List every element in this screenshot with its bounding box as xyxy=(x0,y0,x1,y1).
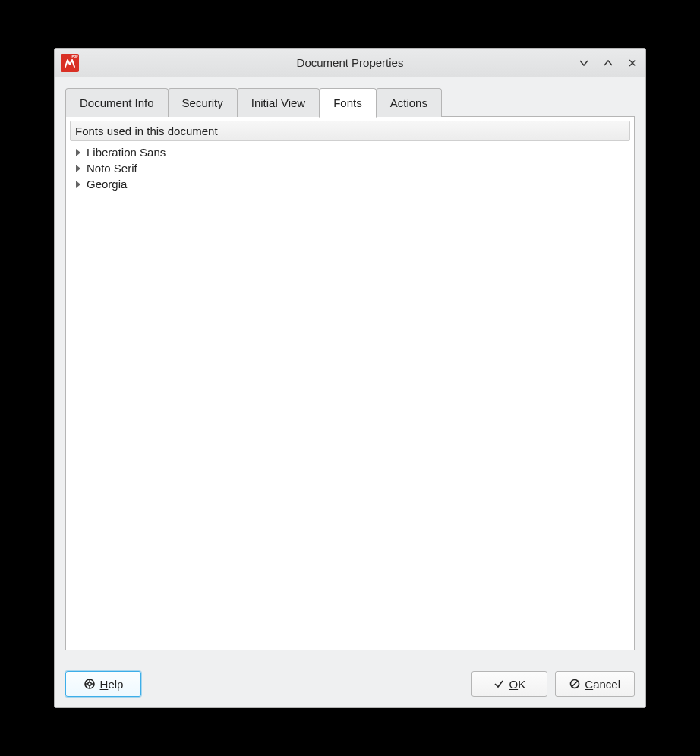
fonts-tree[interactable]: Liberation Sans Noto Serif Georgia xyxy=(68,141,632,647)
dialog-content: Document Info Security Initial View Font… xyxy=(55,77,645,662)
tab-panel-fonts: Fonts used in this document Liberation S… xyxy=(65,116,635,650)
font-tree-item[interactable]: Noto Serif xyxy=(73,160,627,176)
chevron-down-icon xyxy=(579,58,589,68)
chevron-up-icon xyxy=(603,58,613,68)
app-icon-badge: PDF xyxy=(71,55,78,58)
help-icon xyxy=(84,678,96,690)
font-tree-item[interactable]: Georgia xyxy=(73,176,627,192)
help-button[interactable]: Help xyxy=(65,671,141,697)
window-title: Document Properties xyxy=(55,56,645,69)
tab-security[interactable]: Security xyxy=(168,88,238,117)
tab-initial-view[interactable]: Initial View xyxy=(237,88,320,117)
tab-strip: Document Info Security Initial View Font… xyxy=(65,88,635,117)
close-icon xyxy=(627,58,638,68)
font-name: Liberation Sans xyxy=(87,146,166,159)
expand-icon[interactable] xyxy=(76,165,80,172)
fonts-list-header: Fonts used in this document xyxy=(70,121,630,141)
help-button-label: Help xyxy=(100,678,124,691)
check-icon xyxy=(493,679,504,689)
cancel-button-label: Cancel xyxy=(585,678,620,691)
cancel-icon xyxy=(569,679,580,689)
ok-button[interactable]: OK xyxy=(471,671,547,697)
font-tree-item[interactable]: Liberation Sans xyxy=(73,144,627,160)
button-bar: Help OK Cancel xyxy=(55,662,645,707)
close-button[interactable] xyxy=(626,56,639,70)
expand-icon[interactable] xyxy=(76,181,80,188)
svg-line-7 xyxy=(572,681,578,687)
spacer xyxy=(149,671,464,697)
dialog-window: PDF Document Properties Document Info Se… xyxy=(54,48,646,708)
font-name: Georgia xyxy=(87,178,127,191)
app-icon: PDF xyxy=(61,54,79,72)
tab-actions[interactable]: Actions xyxy=(376,88,442,117)
titlebar-controls xyxy=(577,56,639,70)
font-name: Noto Serif xyxy=(87,162,137,175)
maximize-button[interactable] xyxy=(601,56,615,70)
tab-fonts[interactable]: Fonts xyxy=(319,88,377,118)
expand-icon[interactable] xyxy=(76,149,80,156)
minimize-button[interactable] xyxy=(577,56,591,70)
svg-point-1 xyxy=(87,682,90,685)
ok-button-label: OK xyxy=(509,678,525,691)
titlebar: PDF Document Properties xyxy=(55,49,645,77)
cancel-button[interactable]: Cancel xyxy=(555,671,635,697)
app-icon-glyph xyxy=(64,58,76,68)
tab-document-info[interactable]: Document Info xyxy=(65,88,169,117)
